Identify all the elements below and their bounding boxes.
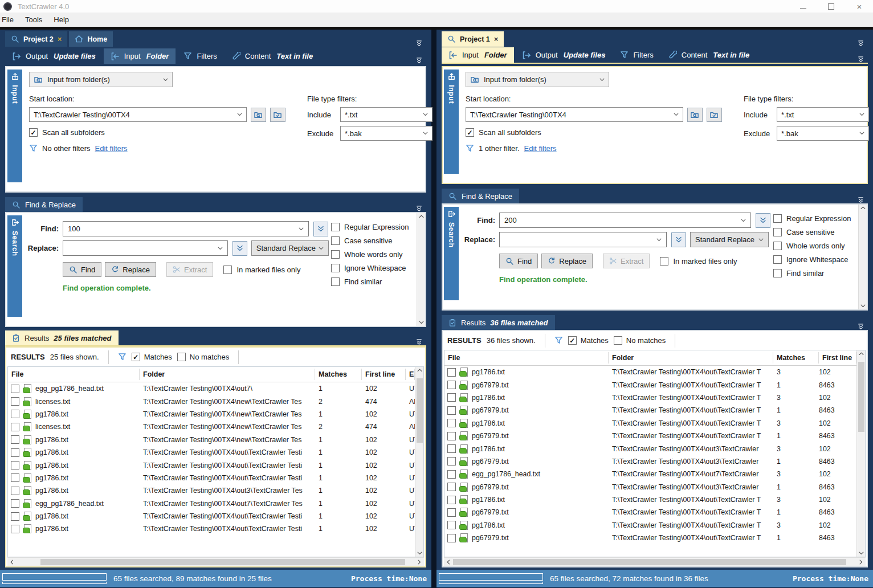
find-input[interactable]: 100 [63,221,309,236]
row-checkbox[interactable] [447,419,456,427]
row-checkbox[interactable] [447,534,456,542]
edit-filters-link[interactable]: Edit filters [524,144,557,153]
results-row[interactable]: pg1786.txt T:\TextCrawler Testing\00TX4\… [8,484,415,497]
collapse-icon[interactable] [857,323,864,330]
option-find-similar[interactable]: Find similar [331,275,417,288]
find-button[interactable]: Find [499,254,538,268]
row-checkbox[interactable] [447,406,456,415]
results-row[interactable]: pg67979.txt T:\TextCrawler Testing\00TX4… [444,481,856,493]
close-button[interactable]: × [856,3,863,10]
option-case-sensitive[interactable]: Case sensitive [773,225,858,239]
scrollbar[interactable] [856,350,865,557]
results-row[interactable]: egg_pg1786_head.txt T:\TextCrawler Testi… [8,497,415,510]
scrollbar[interactable] [417,213,425,326]
tab-project-2[interactable]: Project 2 × [5,31,67,47]
scroll-up-icon[interactable] [859,352,864,356]
collapse-icon[interactable] [857,197,864,203]
menu-tools[interactable]: Tools [19,14,48,26]
search-strip[interactable]: Search [444,207,459,300]
row-checkbox[interactable] [11,525,19,533]
extract-button[interactable]: Extract [603,254,650,268]
scroll-thumb[interactable] [40,559,405,565]
row-checkbox[interactable] [11,435,19,444]
scroll-right-icon[interactable] [856,560,866,565]
tab-home[interactable]: Home [69,31,113,47]
row-checkbox[interactable] [11,385,19,393]
no-matches-filter-option[interactable]: No matches [177,353,229,361]
results-row[interactable]: pg67979.txt T:\TextCrawler Testing\00TX4… [444,455,856,468]
row-checkbox[interactable] [11,487,19,495]
verify-folder-button[interactable] [707,108,722,122]
checkbox[interactable] [331,277,340,286]
column-header-first-line[interactable]: First line [819,352,856,364]
checkbox[interactable] [177,353,186,361]
scan-subfolders-option[interactable]: Scan all subfolders [466,128,722,137]
scroll-down-icon[interactable] [417,552,422,555]
scroll-thumb[interactable] [453,559,846,565]
results-row[interactable]: pg1786.txt T:\TextCrawler Testing\00TX4\… [444,391,856,404]
results-row[interactable]: egg_pg1786_head.txt T:\TextCrawler Testi… [8,382,415,395]
column-header-matches[interactable]: Matches [773,352,819,364]
scroll-up-icon[interactable] [860,206,866,210]
results-row[interactable]: licenses.txt T:\TextCrawler Testing\00TX… [8,420,415,433]
results-row[interactable]: pg1786.txt T:\TextCrawler Testing\00TX4\… [8,459,415,471]
row-checkbox[interactable] [11,512,19,521]
column-header-folder[interactable]: Folder [140,369,315,380]
results-row[interactable]: pg67979.txt T:\TextCrawler Testing\00TX4… [444,430,856,442]
checkbox[interactable] [568,336,577,345]
close-icon[interactable]: × [58,35,62,43]
tab-project-1[interactable]: Project 1 × [442,31,504,47]
row-checkbox[interactable] [447,508,456,517]
row-checkbox[interactable] [11,461,19,469]
option-ignore-whitespace[interactable]: Ignore Whitespace [773,252,858,266]
results-tab[interactable]: Results 25 files matched [5,330,119,345]
checkbox[interactable] [773,269,782,277]
option-whole-words-only[interactable]: Whole words only [773,239,858,252]
checkbox[interactable] [773,242,782,250]
replace-button[interactable]: Replace [105,262,156,277]
start-location-input[interactable]: T:\TextCrawler Testing\00TX4 [466,107,683,122]
results-row[interactable]: pg1786.txt T:\TextCrawler Testing\00TX4\… [444,519,856,532]
collapse-icon[interactable] [415,40,423,47]
scrollbar[interactable] [858,205,867,309]
results-row[interactable]: pg1786.txt T:\TextCrawler Testing\00TX4\… [444,442,856,455]
toolbar-item-output[interactable]: Output Update files [515,47,613,63]
row-checkbox[interactable] [447,496,456,504]
scroll-up-icon[interactable] [419,215,424,218]
input-strip[interactable]: Input [7,70,22,182]
horizontal-scrollbar[interactable] [444,557,866,566]
results-row[interactable]: pg67979.txt T:\TextCrawler Testing\00TX4… [444,378,856,391]
input-source-dropdown[interactable]: Input from folder(s) [29,72,173,87]
scroll-left-icon[interactable] [7,560,17,565]
find-input[interactable]: 200 [499,213,751,228]
matches-filter-option[interactable]: Matches [132,353,172,361]
results-row[interactable]: pg1786.txt T:\TextCrawler Testing\00TX4\… [8,434,415,446]
matches-filter-option[interactable]: Matches [568,336,609,345]
toolbar-item-output[interactable]: Output Update files [5,48,103,64]
option-whole-words-only[interactable]: Whole words only [331,247,417,261]
row-checkbox[interactable] [447,470,456,479]
find-replace-tab[interactable]: Find & Replace [442,189,519,203]
checkbox[interactable] [773,255,782,264]
checkbox[interactable] [331,250,340,259]
results-row[interactable]: pg67979.txt T:\TextCrawler Testing\00TX4… [444,506,856,518]
option-find-similar[interactable]: Find similar [773,266,858,280]
replace-expand-button[interactable] [671,232,686,247]
replace-input[interactable] [499,232,667,247]
results-row[interactable]: pg67979.txt T:\TextCrawler Testing\00TX4… [444,404,856,416]
toolbar-item-content[interactable]: Content Text in file [662,47,756,63]
row-checkbox[interactable] [447,521,456,529]
collapse-icon[interactable] [415,205,423,212]
option-regular-expression[interactable]: Regular Expression [773,211,858,225]
column-header-encoding[interactable]: Encoding [406,369,415,380]
results-row[interactable]: pg1786.txt T:\TextCrawler Testing\00TX4\… [8,510,415,522]
input-source-dropdown[interactable]: Input from folder(s) [466,72,609,87]
marked-files-option[interactable]: In marked files only [223,266,300,274]
results-row[interactable]: pg1786.txt T:\TextCrawler Testing\00TX4\… [8,408,415,420]
column-header-first-line[interactable]: First line [362,369,406,380]
verify-folder-button[interactable] [270,108,285,122]
column-header-file[interactable]: File [444,352,609,364]
row-checkbox[interactable] [11,473,19,482]
option-regular-expression[interactable]: Regular Expression [331,220,417,234]
input-strip[interactable]: Input [444,70,459,174]
